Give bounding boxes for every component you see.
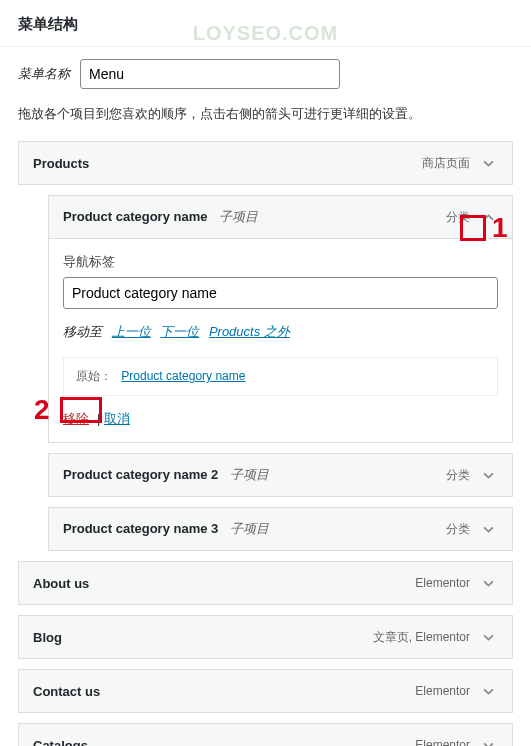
remove-link[interactable]: 移除 [63, 411, 89, 426]
menu-item-type: 文章页, Elementor [373, 629, 470, 646]
menu-item-type: Elementor [415, 576, 470, 590]
title-text: Product category name [63, 209, 208, 224]
menu-item-bar[interactable]: Catalogs Elementor [19, 724, 512, 746]
nav-label-input[interactable] [63, 277, 498, 309]
move-down-link[interactable]: 下一位 [160, 324, 199, 339]
menu-name-label: 菜单名称 [18, 65, 70, 83]
menu-item-about[interactable]: About us Elementor [18, 561, 513, 605]
menu-item-type: 分类 [446, 209, 470, 226]
menu-name-row: 菜单名称 [0, 47, 531, 101]
menu-item-bar[interactable]: Product category name 子项目 分类 [49, 196, 512, 238]
instructions-text: 拖放各个项目到您喜欢的顺序，点击右侧的箭头可进行更详细的设置。 [0, 101, 531, 141]
menu-item-category-2[interactable]: Product category name 2 子项目 分类 [48, 453, 513, 497]
menu-item-title: About us [33, 576, 89, 591]
move-up-link[interactable]: 上一位 [112, 324, 151, 339]
menu-item-title: Product category name 3 子项目 [63, 520, 269, 538]
menu-item-bar[interactable]: Blog 文章页, Elementor [19, 616, 512, 658]
menu-items-list: Products 商店页面 Product category name 子项目 … [0, 141, 531, 746]
menu-item-title: Contact us [33, 684, 100, 699]
chevron-down-icon[interactable] [478, 519, 498, 539]
menu-item-type: 商店页面 [422, 155, 470, 172]
chevron-down-icon[interactable] [478, 735, 498, 746]
move-row: 移动至 上一位 下一位 Products 之外 [63, 323, 498, 341]
sub-item-label: 子项目 [230, 467, 269, 482]
chevron-down-icon[interactable] [478, 681, 498, 701]
menu-item-type: Elementor [415, 738, 470, 746]
menu-item-title: Catalogs [33, 738, 88, 747]
menu-item-products[interactable]: Products 商店页面 [18, 141, 513, 185]
menu-item-title: Product category name 2 子项目 [63, 466, 269, 484]
menu-item-bar[interactable]: Product category name 3 子项目 分类 [49, 508, 512, 550]
sub-item-label: 子项目 [219, 209, 258, 224]
menu-item-contact[interactable]: Contact us Elementor [18, 669, 513, 713]
menu-item-bar[interactable]: About us Elementor [19, 562, 512, 604]
chevron-down-icon[interactable] [478, 465, 498, 485]
menu-item-blog[interactable]: Blog 文章页, Elementor [18, 615, 513, 659]
menu-item-title: Products [33, 156, 89, 171]
menu-item-type: 分类 [446, 521, 470, 538]
original-link[interactable]: Product category name [121, 369, 245, 383]
section-title: 菜单结构 [18, 15, 513, 34]
menu-item-bar[interactable]: Product category name 2 子项目 分类 [49, 454, 512, 496]
menu-item-title: Blog [33, 630, 62, 645]
title-text: Product category name 3 [63, 521, 218, 536]
action-row: 移除| 取消 [63, 410, 498, 428]
nav-label: 导航标签 [63, 253, 498, 271]
chevron-down-icon[interactable] [478, 153, 498, 173]
menu-name-input[interactable] [80, 59, 340, 89]
move-label: 移动至 [63, 324, 102, 339]
original-row: 原始： Product category name [63, 357, 498, 396]
chevron-up-icon[interactable] [478, 207, 498, 227]
menu-item-type: 分类 [446, 467, 470, 484]
menu-item-title: Product category name 子项目 [63, 208, 258, 226]
menu-item-bar[interactable]: Products 商店页面 [19, 142, 512, 184]
menu-item-category-3[interactable]: Product category name 3 子项目 分类 [48, 507, 513, 551]
original-label: 原始： [76, 369, 112, 383]
menu-item-category-1[interactable]: Product category name 子项目 分类 导航标签 移动至 上一… [48, 195, 513, 443]
menu-item-catalogs[interactable]: Catalogs Elementor [18, 723, 513, 746]
sub-item-label: 子项目 [230, 521, 269, 536]
move-out-link[interactable]: Products 之外 [209, 324, 290, 339]
cancel-link[interactable]: 取消 [104, 411, 130, 426]
menu-item-type: Elementor [415, 684, 470, 698]
chevron-down-icon[interactable] [478, 627, 498, 647]
chevron-down-icon[interactable] [478, 573, 498, 593]
menu-item-settings: 导航标签 移动至 上一位 下一位 Products 之外 原始： Product… [49, 238, 512, 442]
title-text: Product category name 2 [63, 467, 218, 482]
menu-item-bar[interactable]: Contact us Elementor [19, 670, 512, 712]
section-header: 菜单结构 [0, 0, 531, 47]
